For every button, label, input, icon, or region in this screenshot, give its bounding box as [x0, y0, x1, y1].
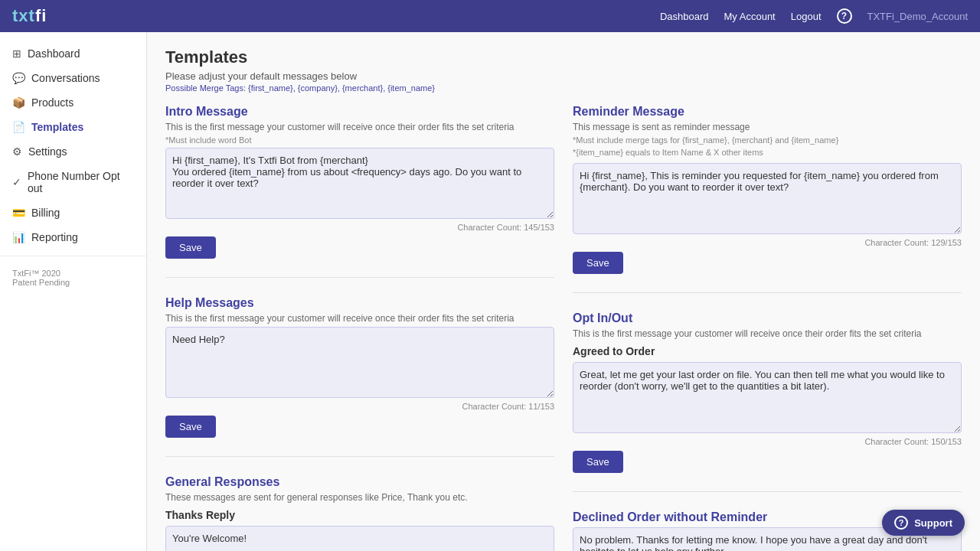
footer-line1: TxtFi™ 2020: [12, 269, 134, 278]
sidebar-item-templates[interactable]: 📄 Templates: [0, 115, 146, 139]
intro-message-section: Intro Message This is the first message …: [165, 105, 554, 278]
sidebar-item-billing[interactable]: 💳 Billing: [0, 201, 146, 225]
sidebar-footer: TxtFi™ 2020 Patent Pending: [0, 256, 146, 299]
help-messages-char-count: Character Count: 11/153: [165, 402, 554, 411]
merge-tags: Possible Merge Tags: {first_name}, {comp…: [165, 83, 962, 93]
thanks-reply-title: Thanks Reply: [165, 509, 554, 521]
sidebar-label-conversations: Conversations: [31, 72, 100, 84]
left-column: Intro Message This is the first message …: [165, 105, 554, 551]
page-subtitle: Please adjust your default messages belo…: [165, 70, 962, 82]
general-responses-title: General Responses: [165, 475, 554, 489]
logo: txtfi: [12, 6, 47, 26]
billing-icon: 💳: [12, 207, 25, 219]
topnav-right: Dashboard My Account Logout ? TXTFi_Demo…: [660, 8, 968, 24]
sidebar-label-billing: Billing: [31, 207, 60, 219]
settings-icon: ⚙: [12, 145, 22, 158]
reminder-message-char-count: Character Count: 129/153: [573, 238, 962, 247]
help-messages-section: Help Messages This is the first message …: [165, 296, 554, 457]
reminder-message-textarea[interactable]: [573, 163, 962, 234]
help-messages-textarea[interactable]: [165, 327, 554, 398]
intro-message-desc: This is the first message your customer …: [165, 122, 554, 132]
sidebar-label-phone-opt-out: Phone Number Opt out: [28, 170, 134, 194]
intro-message-save-button[interactable]: Save: [165, 236, 216, 259]
topnav: txtfi Dashboard My Account Logout ? TXTF…: [0, 0, 980, 32]
page-title: Templates: [165, 47, 962, 67]
sidebar: ⊞ Dashboard 💬 Conversations 📦 Products 📄…: [0, 32, 147, 551]
opt-in-out-desc: This is the first message your customer …: [573, 328, 962, 339]
reporting-icon: 📊: [12, 231, 25, 243]
sidebar-item-conversations[interactable]: 💬 Conversations: [0, 66, 146, 90]
account-name: TXTFi_Demo_Account: [867, 11, 969, 22]
reminder-message-desc: This message is sent as reminder message: [573, 122, 962, 132]
intro-message-note: *Must include word Bot: [165, 135, 554, 145]
sidebar-label-settings: Settings: [28, 145, 67, 158]
sidebar-item-phone-opt-out[interactable]: ✓ Phone Number Opt out: [0, 164, 146, 201]
agreed-to-order-title: Agreed to Order: [573, 345, 962, 357]
thanks-reply-textarea[interactable]: [165, 526, 554, 551]
opt-in-out-save-button[interactable]: Save: [573, 451, 623, 473]
right-column: Reminder Message This message is sent as…: [573, 105, 962, 551]
templates-grid: Intro Message This is the first message …: [165, 105, 962, 551]
dashboard-link[interactable]: Dashboard: [660, 11, 709, 22]
content: Templates Please adjust your default mes…: [147, 32, 980, 551]
support-label: Support: [914, 517, 952, 529]
reminder-message-section: Reminder Message This message is sent as…: [573, 105, 962, 293]
products-icon: 📦: [12, 96, 25, 109]
logout-link[interactable]: Logout: [791, 11, 822, 22]
sidebar-label-reporting: Reporting: [31, 231, 78, 243]
dashboard-icon: ⊞: [12, 47, 21, 60]
sidebar-label-dashboard: Dashboard: [28, 47, 80, 60]
logo-fi: fi: [35, 6, 47, 25]
help-messages-desc: This is the first message your customer …: [165, 313, 554, 324]
intro-message-char-count: Character Count: 145/153: [165, 223, 554, 232]
agreed-to-order-textarea[interactable]: [573, 362, 962, 433]
sidebar-label-products: Products: [31, 96, 74, 109]
sidebar-item-dashboard[interactable]: ⊞ Dashboard: [0, 41, 146, 66]
sidebar-item-products[interactable]: 📦 Products: [0, 90, 146, 115]
sidebar-item-reporting[interactable]: 📊 Reporting: [0, 225, 146, 249]
opt-in-out-title: Opt In/Out: [573, 311, 962, 325]
help-messages-title: Help Messages: [165, 296, 554, 310]
my-account-link[interactable]: My Account: [724, 11, 776, 22]
footer-line2: Patent Pending: [12, 278, 134, 287]
help-icon[interactable]: ?: [837, 8, 852, 24]
reminder-message-title: Reminder Message: [573, 105, 962, 119]
logo-txt: txt: [12, 6, 35, 25]
reminder-message-save-button[interactable]: Save: [573, 252, 623, 274]
sidebar-item-settings[interactable]: ⚙ Settings: [0, 139, 146, 164]
phone-opt-out-icon: ✓: [12, 176, 21, 188]
reminder-message-note2: *{item_name} equals to Item Name & X oth…: [573, 148, 962, 157]
intro-message-title: Intro Message: [165, 105, 554, 119]
general-responses-desc: These messages are sent for general resp…: [165, 492, 554, 503]
opt-in-out-section: Opt In/Out This is the first message you…: [573, 311, 962, 492]
reminder-message-note: *Must include merge tags for {first_name…: [573, 135, 962, 145]
templates-icon: 📄: [12, 121, 25, 133]
intro-message-textarea[interactable]: [165, 148, 554, 219]
help-messages-save-button[interactable]: Save: [165, 416, 216, 438]
support-button[interactable]: ? Support: [882, 510, 965, 536]
general-responses-section: General Responses These messages are sen…: [165, 475, 554, 551]
conversations-icon: 💬: [12, 72, 25, 84]
sidebar-label-templates: Templates: [31, 121, 83, 133]
opt-in-out-char-count: Character Count: 150/153: [573, 437, 962, 446]
support-icon: ?: [894, 516, 908, 530]
